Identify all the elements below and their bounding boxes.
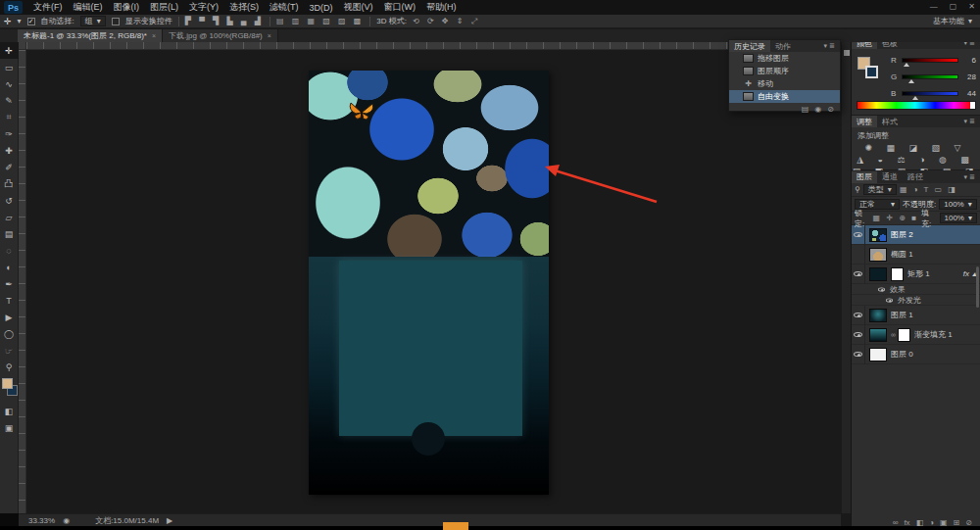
quick-mask-button[interactable]: ◧: [0, 403, 19, 419]
effects-row[interactable]: 效果: [852, 284, 980, 295]
tab-channels[interactable]: 通道: [877, 171, 903, 183]
status-menu-arrow-icon[interactable]: ▶: [167, 516, 172, 525]
menu-edit[interactable]: 编辑(E): [74, 1, 103, 14]
shape-tool[interactable]: ◯: [0, 325, 19, 342]
layer-thumbnail[interactable]: [869, 228, 887, 242]
hand-tool[interactable]: ☞: [0, 342, 19, 359]
rectangle-shape-layer[interactable]: [339, 261, 522, 436]
opacity-dropdown[interactable]: 100% ▾: [939, 199, 976, 210]
layer-mask-thumbnail[interactable]: [898, 328, 910, 342]
brush-tool[interactable]: ✐: [0, 159, 19, 175]
screen-mode-button[interactable]: ▣: [0, 419, 19, 436]
layer-name[interactable]: 矩形 1: [907, 268, 930, 279]
dodge-tool[interactable]: ◐: [0, 259, 19, 275]
menu-layer[interactable]: 图层(L): [150, 1, 178, 14]
history-state-row-selected[interactable]: 自由变换: [729, 90, 840, 103]
layer-thumbnail[interactable]: [869, 348, 887, 361]
color-spectrum-ramp[interactable]: [857, 101, 976, 110]
visibility-toggle[interactable]: [852, 225, 865, 245]
visibility-toggle[interactable]: [852, 325, 865, 345]
move-tool[interactable]: ✛: [0, 42, 19, 59]
stones-photo-layer[interactable]: [309, 71, 549, 257]
background-color-swatch[interactable]: [865, 66, 878, 78]
layer-row-layer1[interactable]: 图层 1: [852, 306, 980, 325]
lock-icons[interactable]: ▦ ✛ ⊕ ■: [873, 214, 918, 222]
tab-adjustments[interactable]: 调整: [852, 116, 877, 127]
panel-menu-icon[interactable]: ▾≣: [964, 118, 980, 125]
delete-state-icon[interactable]: ⊘: [827, 105, 834, 114]
document-tab-download[interactable]: 下载.jpg @ 100%(RGB/8#) ×: [163, 29, 278, 42]
pen-tool[interactable]: ✒: [0, 275, 19, 292]
tab-styles[interactable]: 样式: [877, 116, 903, 127]
eyedropper-tool[interactable]: ✑: [0, 125, 19, 142]
layer-row-ellipse1[interactable]: 椭圆 1: [852, 245, 980, 265]
adjustment-icons-row-2[interactable]: ◮ ◒ ⚖ ◑ ◍ ▩: [852, 154, 980, 166]
history-state-row[interactable]: 拖移图层: [729, 52, 840, 65]
3d-mode-icons[interactable]: ⟲ ⟳ ✥ ⇕ ⤢: [413, 17, 480, 26]
menu-help[interactable]: 帮助(H): [426, 1, 457, 14]
layers-scrollbar[interactable]: [976, 266, 979, 308]
outer-glow-row[interactable]: 外发光: [852, 295, 980, 306]
layer-name[interactable]: 图层 0: [891, 349, 913, 360]
visibility-toggle[interactable]: [852, 245, 865, 265]
new-snapshot-icon[interactable]: ◉: [814, 105, 821, 114]
show-transform-checkbox[interactable]: [112, 18, 120, 25]
filter-type-dropdown[interactable]: 类型 ▾: [863, 184, 897, 195]
tab-history[interactable]: 历史记录: [729, 40, 770, 52]
ruler-horizontal[interactable]: [26, 42, 841, 50]
layer-name[interactable]: 渐变填充 1: [914, 329, 953, 340]
panel-icon[interactable]: [844, 50, 850, 56]
gradient-tool[interactable]: ▤: [0, 225, 19, 242]
auto-select-checkbox[interactable]: ✓: [27, 18, 35, 25]
layer-name[interactable]: 图层 1: [891, 310, 913, 320]
lasso-tool[interactable]: ∿: [0, 75, 19, 92]
quick-selection-tool[interactable]: ✎: [0, 92, 19, 109]
document-canvas[interactable]: [309, 71, 549, 495]
menu-select[interactable]: 选择(S): [229, 1, 259, 14]
menu-filter[interactable]: 滤镜(T): [270, 1, 299, 14]
marquee-tool[interactable]: ▭: [0, 59, 19, 75]
distribute-icons[interactable]: ▤ ▥ ▦ ▧ ▨ ▩: [276, 17, 364, 25]
align-icons[interactable]: ▛ ▀ ▜ ▙ ▄ ▟: [185, 17, 264, 25]
ruler-vertical[interactable]: [19, 50, 26, 513]
panel-menu-icon[interactable]: ▾≣: [824, 42, 840, 50]
history-brush-tool[interactable]: ↺: [0, 192, 19, 209]
crop-tool[interactable]: ⌗: [0, 109, 19, 125]
history-state-row[interactable]: ✛ 移动: [729, 77, 840, 90]
slider-thumb[interactable]: [908, 79, 914, 83]
menu-image[interactable]: 图像(I): [114, 1, 140, 14]
visibility-toggle[interactable]: [852, 345, 865, 364]
tab-actions[interactable]: 动作: [770, 40, 796, 52]
restore-button[interactable]: ▢: [950, 2, 957, 11]
menu-3d[interactable]: 3D(D): [310, 3, 333, 13]
eraser-tool[interactable]: ▱: [0, 209, 19, 225]
new-document-from-state-icon[interactable]: ▤: [802, 105, 809, 114]
path-selection-tool[interactable]: ▶: [0, 309, 19, 325]
layer-row-layer0[interactable]: 图层 0: [852, 345, 980, 364]
tab-close-icon[interactable]: ×: [268, 32, 271, 39]
eye-icon[interactable]: [886, 298, 893, 302]
layer-row-layer2[interactable]: 图层 2: [852, 225, 980, 245]
tab-paths[interactable]: 路径: [903, 171, 928, 183]
layer-thumbnail[interactable]: [869, 328, 887, 342]
visibility-toggle[interactable]: [852, 265, 865, 284]
zoom-tool[interactable]: ⚲: [0, 359, 19, 375]
layer-mask-thumbnail[interactable]: [891, 267, 904, 281]
menu-file[interactable]: 文件(F): [33, 1, 63, 14]
healing-brush-tool[interactable]: ✚: [0, 142, 19, 159]
visibility-toggle[interactable]: [852, 306, 865, 325]
layer-row-rectangle1[interactable]: 矩形 1 fx ▴: [852, 265, 980, 284]
slider-thumb[interactable]: [904, 63, 909, 67]
tab-close-icon[interactable]: ×: [152, 32, 156, 39]
red-slider[interactable]: [902, 58, 958, 63]
adjustment-icons-row-1[interactable]: ✺ ▦ ◪ ▧ ▽: [852, 142, 980, 154]
close-button[interactable]: ✕: [968, 2, 975, 11]
slider-thumb[interactable]: [912, 96, 918, 100]
menu-type[interactable]: 文字(Y): [189, 1, 219, 14]
auto-select-dropdown[interactable]: 组 ▾: [80, 16, 106, 26]
panel-menu-icon[interactable]: ▾≣: [964, 173, 980, 181]
minimize-button[interactable]: —: [930, 2, 938, 11]
zoom-level-field[interactable]: 33.33%: [28, 516, 55, 525]
fx-badge[interactable]: fx: [963, 269, 969, 278]
layer-thumbnail[interactable]: [869, 267, 887, 281]
